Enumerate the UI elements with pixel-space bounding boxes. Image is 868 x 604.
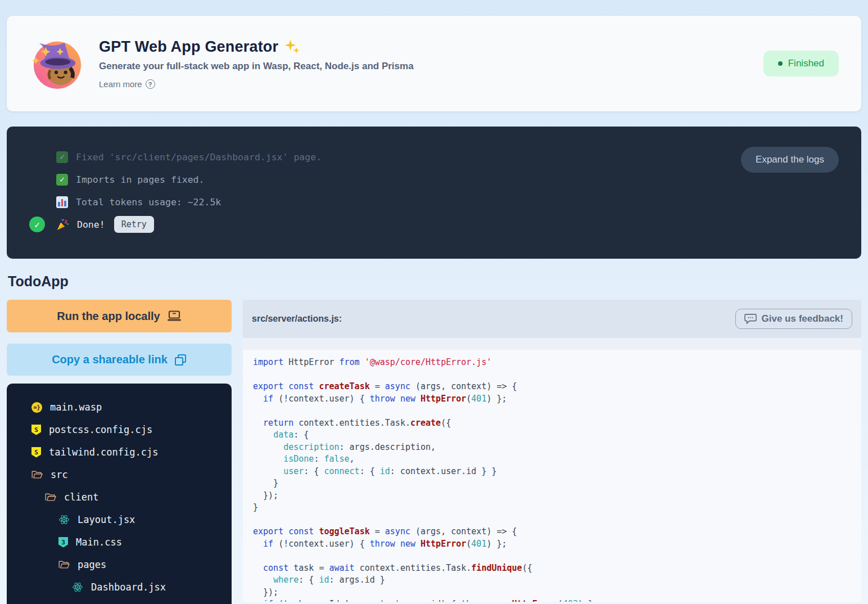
file-name: pages [78, 559, 106, 570]
code-filename: src/server/actions.js: [252, 314, 342, 324]
file-tree-item[interactable]: Dashboard.jsx [31, 576, 226, 598]
left-column: Run the app locally Copy a shareable lin… [7, 300, 232, 604]
file-name: Layout.jsx [78, 514, 135, 525]
expand-logs-button[interactable]: Expand the logs [741, 147, 839, 173]
log-line: ✓Done!Retry [29, 213, 839, 236]
file-name: tailwind.config.cjs [49, 447, 158, 458]
log-line: ✓Fixed 'src/client/pages/Dashboard.jsx' … [29, 146, 839, 168]
file-name: postcss.config.cjs [49, 424, 152, 435]
log-text: Fixed 'src/client/pages/Dashboard.jsx' p… [76, 152, 322, 163]
file-name: src [51, 469, 68, 480]
feedback-label: Give us feedback! [761, 313, 843, 324]
file-tree-item[interactable]: =}main.wasp [31, 396, 226, 418]
code-line: if (task.userId !== context.user.id) { t… [253, 598, 851, 602]
code-line [253, 369, 851, 381]
log-line: ✓Imports in pages fixed. [29, 168, 839, 191]
feedback-button[interactable]: Give us feedback! [735, 309, 852, 329]
generation-log-panel: ✓Fixed 'src/client/pages/Dashboard.jsx' … [7, 127, 861, 259]
check-box-icon: ✓ [56, 151, 68, 163]
header-text: GPT Web App Generator Generate your full… [99, 38, 414, 89]
code-block: import HttpError from '@wasp/core/HttpEr… [253, 357, 851, 602]
code-line [253, 550, 851, 562]
log-gutter: ✓ [29, 217, 56, 232]
page: GPT Web App Generator Generate your full… [0, 0, 868, 604]
file-tree-item[interactable]: client [31, 486, 226, 508]
party-popper-icon [56, 218, 69, 231]
file-name: Main.css [76, 537, 122, 548]
log-lines: ✓Fixed 'src/client/pages/Dashboard.jsx' … [29, 146, 839, 236]
retry-button[interactable]: Retry [114, 216, 154, 233]
header-card: GPT Web App Generator Generate your full… [7, 16, 861, 111]
code-line: if (!context.user) { throw new HttpError… [253, 393, 851, 405]
file-tree: =}main.waspSpostcss.config.cjsStailwind.… [7, 384, 232, 604]
wasp-mage-logo [29, 36, 84, 91]
page-title: GPT Web App Generator [99, 38, 414, 56]
speech-bubble-icon [744, 313, 757, 324]
success-check-icon: ✓ [29, 217, 45, 232]
page-subtitle: Generate your full-stack web app in Wasp… [99, 61, 414, 72]
code-line [253, 405, 851, 417]
folder-open-icon [31, 470, 43, 480]
file-tree-item[interactable]: src [31, 463, 226, 486]
file-name: main.wasp [50, 402, 102, 413]
code-line: }); [253, 490, 851, 502]
status-label: Finished [788, 58, 824, 69]
wasp-file-icon: =} [31, 402, 42, 413]
code-line: export const createTask = async (args, c… [253, 381, 851, 393]
code-panel: src/server/actions.js: Give us feedback!… [243, 300, 861, 602]
file-tree-item[interactable]: Spostcss.config.cjs [31, 418, 226, 441]
code-line: data: { [253, 429, 851, 441]
code-line: export const toggleTask = async (args, c… [253, 526, 851, 538]
file-tree-item[interactable]: pages [31, 553, 226, 576]
file-tree-item[interactable]: Stailwind.config.cjs [31, 441, 226, 463]
learn-more-label: Learn more [99, 79, 142, 89]
folder-open-icon [45, 492, 56, 502]
file-name: Dashboard.jsx [91, 582, 166, 593]
copy-link-label: Copy a shareable link [52, 353, 168, 366]
css-shield-icon: 3 [58, 537, 68, 548]
code-line: description: args.description, [253, 441, 851, 454]
code-line: where: { id: args.id } [253, 574, 851, 587]
page-title-text: GPT Web App Generator [99, 38, 278, 56]
content-columns: Run the app locally Copy a shareable lin… [7, 300, 861, 604]
code-line: } [253, 502, 851, 514]
laptop-icon [167, 310, 182, 322]
code-line: const task = await context.entities.Task… [253, 562, 851, 575]
log-text: Total tokens usage: ~22.5k [76, 197, 221, 208]
question-circle-icon: ? [146, 79, 155, 89]
react-icon [58, 514, 70, 525]
code-line: isDone: false, [253, 453, 851, 466]
status-badge: Finished [763, 51, 839, 76]
log-text: Imports in pages fixed. [76, 174, 204, 185]
run-app-label: Run the app locally [57, 310, 160, 323]
app-name-heading: TodoApp [8, 273, 860, 290]
file-tree-item[interactable]: 3Main.css [31, 531, 226, 553]
code-body: import HttpError from '@wasp/core/HttpEr… [243, 350, 861, 602]
code-line: } [253, 477, 851, 490]
js-shield-icon: S [31, 425, 41, 435]
code-line: if (!context.user) { throw new HttpError… [253, 538, 851, 551]
bar-chart-icon [56, 196, 68, 208]
sparkles-icon [283, 39, 300, 56]
js-shield-icon: S [31, 447, 41, 458]
copy-link-button[interactable]: Copy a shareable link [7, 344, 232, 376]
code-line [253, 514, 851, 526]
run-app-button[interactable]: Run the app locally [7, 300, 232, 332]
code-panel-header: src/server/actions.js: Give us feedback! [243, 300, 861, 338]
status-dot-icon [778, 61, 783, 66]
folder-open-icon [58, 560, 70, 570]
code-line: user: { connect: { id: context.user.id }… [253, 466, 851, 478]
copy-icon [174, 354, 187, 366]
file-name: client [64, 492, 98, 503]
file-tree-item[interactable]: Layout.jsx [31, 508, 226, 531]
log-line: Total tokens usage: ~22.5k [29, 191, 839, 213]
log-text: Done! [77, 219, 105, 230]
code-line: }); [253, 587, 851, 599]
react-icon [72, 582, 83, 593]
learn-more-link[interactable]: Learn more ? [99, 79, 155, 89]
code-line: import HttpError from '@wasp/core/HttpEr… [253, 357, 851, 369]
code-line: return context.entities.Task.create({ [253, 417, 851, 430]
check-box-icon: ✓ [56, 174, 68, 186]
